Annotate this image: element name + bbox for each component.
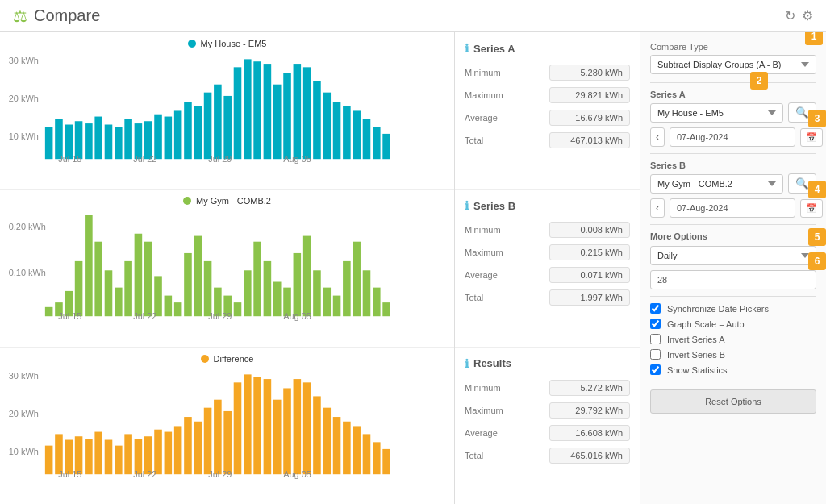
chart-b-dot bbox=[183, 197, 191, 205]
stats-panel-a: ℹ Series A Minimum 5.280 kWh Maximum 29.… bbox=[455, 32, 640, 190]
series-b-device-select[interactable]: My Gym - COMB.2 bbox=[650, 174, 783, 194]
series-a-calendar-button[interactable]: 📅 bbox=[800, 128, 823, 147]
svg-rect-32 bbox=[333, 102, 341, 159]
stats-a-title: Series A bbox=[473, 43, 515, 55]
svg-rect-73 bbox=[333, 296, 341, 317]
svg-rect-50 bbox=[105, 271, 113, 317]
compare-type-select[interactable]: Subtract Display Groups (A - B) bbox=[650, 55, 816, 74]
chart-diff-legend: Difference bbox=[6, 354, 448, 364]
series-b-calendar-button[interactable]: 📅 bbox=[800, 199, 823, 218]
stats-results-avg-label: Average bbox=[465, 428, 498, 438]
info-icon-b: ℹ bbox=[465, 199, 469, 212]
stats-a-total-value: 467.013 kWh bbox=[549, 132, 630, 148]
series-a-section: Series A 2 My House - EM5 🔍 ‹ 📅 3 bbox=[650, 90, 816, 147]
stats-results-min-row: Minimum 5.272 kWh bbox=[465, 380, 630, 396]
stats-b-min-row: Minimum 0.008 kWh bbox=[465, 222, 630, 238]
data-points-input[interactable] bbox=[650, 270, 816, 289]
svg-rect-115 bbox=[333, 417, 341, 474]
svg-rect-57 bbox=[174, 302, 182, 316]
svg-rect-63 bbox=[234, 302, 242, 316]
svg-rect-34 bbox=[353, 110, 361, 159]
svg-rect-51 bbox=[115, 288, 123, 317]
svg-rect-56 bbox=[165, 296, 173, 317]
stats-b-min-label: Minimum bbox=[465, 225, 501, 235]
svg-rect-104 bbox=[223, 411, 232, 474]
svg-rect-76 bbox=[363, 271, 371, 317]
show-stats-checkbox[interactable] bbox=[650, 364, 661, 375]
more-options-section: More Options Daily 5 6 bbox=[650, 231, 816, 375]
compare-type-label: Compare Type bbox=[650, 42, 816, 52]
stats-panel-results: ℹ Results Minimum 5.272 kWh Maximum 29.7… bbox=[455, 348, 640, 504]
series-b-section-title: Series B bbox=[650, 160, 816, 170]
stats-panel-b: ℹ Series B Minimum 0.008 kWh Maximum 0.2… bbox=[455, 190, 640, 347]
svg-rect-23 bbox=[244, 59, 252, 159]
svg-rect-78 bbox=[382, 302, 390, 316]
svg-rect-37 bbox=[382, 134, 390, 159]
chart-panel-a: My House - EM5 30 kWh 20 kWh 10 kWh bbox=[0, 32, 454, 190]
svg-text:Jul 22: Jul 22 bbox=[133, 469, 156, 479]
stats-results-max-row: Maximum 29.792 kWh bbox=[465, 402, 630, 419]
svg-rect-27 bbox=[283, 73, 291, 159]
info-icon-results: ℹ bbox=[465, 357, 469, 370]
invert-b-row: Invert Series B bbox=[650, 349, 816, 360]
series-b-date-input[interactable] bbox=[670, 198, 795, 218]
reset-options-button[interactable]: Reset Options bbox=[650, 389, 816, 414]
series-b-prev-button[interactable]: ‹ bbox=[650, 198, 665, 218]
stats-b-max-value: 0.215 kWh bbox=[549, 244, 630, 260]
stats-b-min-value: 0.008 kWh bbox=[549, 222, 630, 238]
settings-icon[interactable]: ⚙ bbox=[802, 8, 813, 23]
divider-3 bbox=[650, 224, 816, 225]
period-select[interactable]: Daily bbox=[650, 246, 816, 265]
stats-results-min-value: 5.272 kWh bbox=[549, 380, 630, 396]
svg-rect-74 bbox=[343, 261, 351, 316]
svg-rect-117 bbox=[353, 426, 361, 474]
svg-rect-25 bbox=[264, 64, 272, 159]
svg-rect-96 bbox=[144, 436, 152, 474]
refresh-icon[interactable]: ↻ bbox=[785, 8, 795, 23]
svg-rect-114 bbox=[323, 407, 331, 474]
invert-a-checkbox[interactable] bbox=[650, 334, 661, 344]
svg-text:Aug 05: Aug 05 bbox=[283, 154, 311, 164]
svg-rect-20 bbox=[214, 85, 222, 160]
svg-rect-113 bbox=[313, 396, 321, 474]
series-b-device-row: My Gym - COMB.2 🔍 bbox=[650, 173, 816, 194]
invert-b-checkbox[interactable] bbox=[650, 349, 661, 360]
svg-rect-54 bbox=[144, 242, 152, 317]
stats-results-min-label: Minimum bbox=[465, 383, 501, 393]
svg-text:Jul 29: Jul 29 bbox=[208, 312, 232, 322]
svg-rect-16 bbox=[174, 110, 182, 159]
stats-results-avg-value: 16.608 kWh bbox=[549, 425, 630, 441]
series-a-date-input[interactable] bbox=[670, 127, 795, 147]
svg-text:20 kWh: 20 kWh bbox=[9, 409, 39, 419]
series-a-date-row: ‹ 📅 3 bbox=[650, 127, 816, 147]
svg-rect-91 bbox=[94, 431, 102, 474]
svg-rect-90 bbox=[85, 439, 93, 474]
charts-area: My House - EM5 30 kWh 20 kWh 10 kWh bbox=[0, 32, 455, 504]
svg-rect-36 bbox=[373, 127, 381, 159]
stats-results-total-row: Total 465.016 kWh bbox=[465, 448, 630, 464]
chart-b-title: My Gym - COMB.2 bbox=[196, 196, 271, 206]
series-a-prev-button[interactable]: ‹ bbox=[650, 127, 665, 147]
graph-scale-label: Graph Scale = Auto bbox=[667, 319, 745, 329]
svg-rect-22 bbox=[234, 67, 242, 159]
svg-text:Aug 05: Aug 05 bbox=[283, 312, 311, 322]
svg-text:10 kWh: 10 kWh bbox=[9, 131, 39, 141]
stats-a-min-label: Minimum bbox=[465, 68, 501, 77]
badge-1: 1 bbox=[805, 32, 823, 45]
chart-diff-dot bbox=[201, 355, 209, 363]
sync-date-checkbox[interactable] bbox=[650, 303, 661, 314]
stats-b-max-row: Maximum 0.215 kWh bbox=[465, 244, 630, 260]
svg-rect-59 bbox=[194, 236, 202, 317]
svg-rect-26 bbox=[273, 85, 282, 160]
svg-rect-48 bbox=[85, 215, 93, 316]
svg-rect-100 bbox=[184, 417, 192, 474]
series-a-device-select[interactable]: My House - EM5 bbox=[650, 103, 783, 123]
chart-a-svg: 30 kWh 20 kWh 10 kWh bbox=[6, 50, 448, 165]
svg-rect-103 bbox=[214, 399, 222, 474]
graph-scale-checkbox[interactable] bbox=[650, 319, 661, 329]
svg-rect-9 bbox=[105, 125, 113, 160]
svg-rect-75 bbox=[353, 242, 361, 317]
svg-rect-10 bbox=[115, 127, 123, 159]
svg-text:Jul 22: Jul 22 bbox=[133, 312, 156, 322]
svg-text:Aug 05: Aug 05 bbox=[283, 469, 311, 479]
